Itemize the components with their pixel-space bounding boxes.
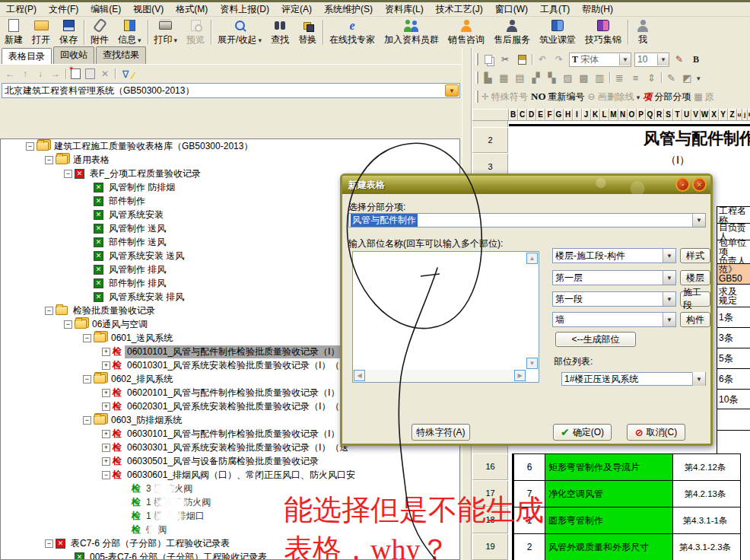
insert-row-icon[interactable]: ▚ (545, 72, 558, 84)
spec-reference-cell[interactable]: 第4.2.13条 (673, 481, 737, 507)
fill-icon[interactable]: ≣ (613, 72, 626, 84)
table-subtitle[interactable]: （Ⅰ） (624, 154, 731, 167)
toolbar-open-button[interactable]: 打开 (27, 17, 55, 48)
column-header[interactable]: P (637, 109, 646, 121)
font-family-select[interactable]: T宋体▼ (569, 52, 631, 67)
column-header[interactable]: V (691, 109, 701, 121)
collapse-icon[interactable]: − (102, 471, 110, 479)
chevron-down-icon[interactable]: ▼ (663, 292, 675, 306)
expand-icon[interactable]: + (102, 361, 110, 370)
line-spacing-dec-icon[interactable]: ⇕ (645, 72, 658, 84)
table-cell-fragment[interactable]: 10条 (717, 389, 750, 409)
dialog-titlebar[interactable]: 新建表格 (342, 176, 710, 194)
column-header[interactable]: L (600, 109, 609, 121)
menu-item-view[interactable]: 视图(V) (127, 2, 170, 18)
scroll-up-icon[interactable]: ▲ (526, 253, 538, 264)
table-cell-fragment[interactable]: 1条 (717, 307, 750, 327)
menu-item-window[interactable]: 窗口(W) (489, 2, 534, 18)
copy-icon[interactable] (481, 53, 495, 65)
toolbar-group-button[interactable]: 加入资料员群 (380, 17, 443, 48)
position-part-button[interactable]: 楼层 (680, 270, 710, 285)
column-header[interactable]: S (664, 109, 673, 121)
toolbar-preview-button[interactable]: 预览 (182, 17, 209, 48)
bold-icon[interactable] (689, 53, 703, 65)
column-header[interactable]: X (710, 109, 719, 121)
column-header[interactable]: T (673, 109, 682, 121)
expand-icon[interactable]: + (102, 348, 110, 356)
position-combobox[interactable]: 第一段▼ (552, 291, 676, 307)
menu-item-technology[interactable]: 技术工艺(J) (430, 2, 489, 18)
ok-button[interactable]: ✔ 确定(O) (553, 424, 612, 441)
scroll-right-icon[interactable]: ▶ (514, 370, 526, 381)
position-combobox[interactable]: 楼层-施工段-构件▼ (552, 248, 676, 263)
spec-reference-cell[interactable]: 第4.3.1-1条 (673, 508, 737, 533)
column-header[interactable]: G (555, 109, 564, 121)
item-name-cell[interactable]: 净化空调风管 (545, 481, 673, 507)
toolbar-attach-button[interactable]: 附件 (86, 17, 113, 48)
toolbar-sales-button[interactable]: 销售咨询 (443, 17, 489, 48)
scroll-down-icon[interactable]: ▼ (526, 358, 538, 369)
collapse-icon[interactable]: − (45, 307, 53, 315)
menu-item-edit[interactable]: 编辑(E) (84, 2, 127, 18)
column-header[interactable]: U (682, 109, 691, 121)
chevron-down-icon[interactable]: ▼ (663, 271, 675, 285)
chevron-down-icon[interactable]: ▼ (663, 249, 675, 262)
column-header[interactable]: J (582, 109, 591, 121)
insert-cells-icon[interactable]: ▙ (481, 72, 494, 84)
insert-col-icon[interactable]: ▨ (561, 72, 574, 84)
column-header[interactable]: j (742, 109, 748, 121)
position-part-button[interactable]: 施工段 (680, 291, 710, 307)
item-name-cell[interactable]: 圆形弯管制作 (545, 508, 673, 533)
command-no-button[interactable]: NO重新编号 (531, 91, 585, 103)
tree-item[interactable]: +检06030501_风管与设备防腐检验批质量验收记录 (1, 454, 459, 468)
collapse-icon[interactable]: − (64, 170, 72, 178)
toolbar-info-button[interactable]: 信息 (113, 17, 146, 48)
table-cell-fragment[interactable]: 6条 (717, 368, 750, 389)
redo-icon[interactable] (552, 53, 566, 65)
position-list-combobox[interactable]: 1#楼正压送风系统 ▼ (561, 372, 706, 386)
expand-icon[interactable]: + (102, 389, 110, 397)
table-cell-fragment[interactable]: 范》GB50 (717, 263, 750, 284)
cut-icon[interactable] (498, 53, 512, 65)
collapse-icon[interactable]: − (26, 142, 34, 151)
collapse-icon[interactable]: − (45, 156, 53, 164)
expand-icon[interactable]: + (102, 444, 110, 452)
command-xiang-button[interactable]: 项分部分项 (643, 91, 691, 103)
forward-icon[interactable]: → (50, 68, 61, 79)
table-cell-fragment[interactable]: 工程名称 (717, 206, 750, 223)
chevron-down-icon[interactable]: ▼ (657, 54, 669, 65)
row-header[interactable]: 2 (472, 127, 508, 153)
chevron-down-icon[interactable]: ▼ (663, 313, 675, 326)
column-header[interactable]: Y (719, 109, 728, 121)
copy-node-icon[interactable] (85, 68, 95, 79)
expand-icon[interactable]: + (102, 430, 110, 438)
tab-catalog[interactable]: 表格目录 (2, 48, 52, 64)
collapse-icon[interactable]: − (83, 416, 91, 425)
back-icon[interactable]: ← (5, 68, 15, 79)
merge-cells-icon[interactable]: ▤ (513, 72, 526, 84)
toolbar-me-button[interactable]: 我 (630, 17, 656, 48)
generate-position-button[interactable]: <--生成部位 (555, 332, 636, 347)
item-name-cell[interactable]: 矩形弯管制作及导流片 (545, 454, 673, 480)
row-number-cell[interactable]: 6 (514, 454, 545, 480)
command-table-button[interactable]: ▦原 (694, 91, 713, 103)
column-header[interactable]: H (564, 109, 573, 121)
spec-reference-cell[interactable]: 第4.2.12条 (673, 454, 737, 480)
toolbar-service-button[interactable]: 售后服务 (489, 17, 535, 48)
chevron-down-icon[interactable]: ▼ (692, 372, 705, 386)
command-plus-button[interactable]: ✛特殊符号 (481, 91, 528, 103)
special-char-button[interactable]: 特殊字符(A) (412, 424, 470, 441)
column-header[interactable]: M (609, 109, 618, 121)
dialog-minimize-icon[interactable] (675, 177, 690, 192)
toolbar-expert-button[interactable]: 在线找专家 (325, 17, 380, 48)
tab-search-result[interactable]: 查找结果 (96, 46, 146, 64)
expand-icon[interactable]: + (102, 402, 110, 411)
diagonal-header-icon[interactable]: ◩ (681, 72, 694, 84)
position-list-input[interactable]: ▲ ▼ ◀ ▶ (352, 251, 539, 383)
column-header[interactable]: K (591, 109, 600, 121)
toolbar-print-button[interactable]: 打印 (150, 17, 183, 48)
expand-icon[interactable]: + (102, 457, 110, 466)
tree-item[interactable]: −建筑工程施工质量验收表格库（GB50300-2013） (1, 139, 459, 153)
collapse-icon[interactable]: − (83, 375, 91, 383)
undo-icon[interactable] (535, 53, 549, 65)
